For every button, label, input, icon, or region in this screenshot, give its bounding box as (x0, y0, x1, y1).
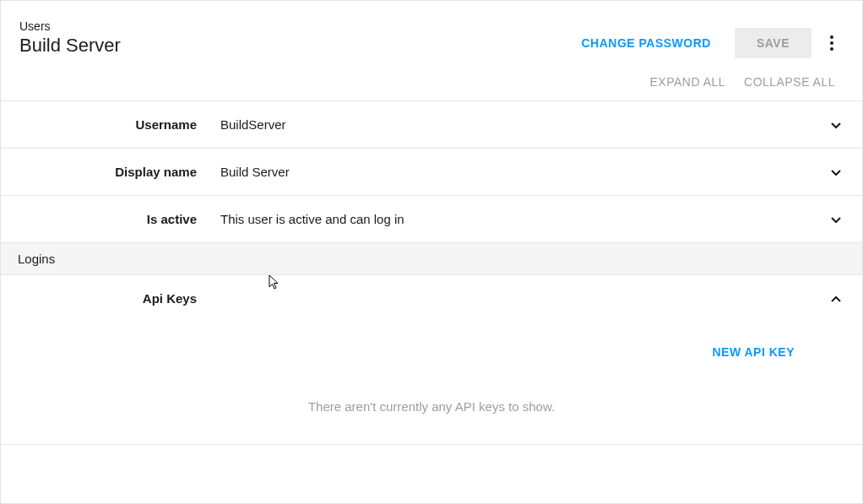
field-row-username[interactable]: Username BuildServer (1, 100, 862, 148)
field-value: BuildServer (220, 117, 827, 132)
expand-collapse-bar: Expand All Collapse All (1, 72, 862, 100)
save-button: Save (735, 28, 811, 58)
change-password-button[interactable]: Change Password (566, 28, 725, 58)
chevron-down-icon[interactable] (827, 116, 845, 134)
field-label: Display name (1, 165, 220, 179)
api-keys-empty-message: There aren't currently any API keys to s… (1, 399, 862, 414)
collapse-all-button[interactable]: Collapse All (744, 75, 835, 89)
field-label: Api Keys (1, 291, 220, 306)
page-title: Build Server (19, 35, 121, 57)
field-label: Is active (1, 212, 220, 226)
more-menu-button[interactable] (820, 29, 844, 57)
chevron-down-icon[interactable] (827, 210, 845, 229)
field-row-display-name[interactable]: Display name Build Server (1, 148, 862, 195)
user-detail-page: Users Build Server Change Password Save … (0, 0, 863, 504)
header-title-block: Users Build Server (19, 19, 121, 57)
field-row-is-active[interactable]: Is active This user is active and can lo… (1, 195, 862, 242)
section-header-logins: Logins (1, 242, 862, 274)
breadcrumb[interactable]: Users (19, 19, 121, 33)
chevron-down-icon[interactable] (827, 163, 845, 182)
expand-all-button[interactable]: Expand All (649, 75, 725, 89)
chevron-up-icon[interactable] (827, 290, 845, 308)
field-label: Username (1, 117, 220, 132)
field-row-api-keys[interactable]: Api Keys (1, 274, 862, 322)
header: Users Build Server Change Password Save (1, 1, 862, 72)
field-value: Build Server (220, 165, 827, 179)
field-value: This user is active and can log in (220, 212, 827, 226)
api-keys-panel: New API Key There aren't currently any A… (1, 345, 862, 445)
header-actions: Change Password Save (566, 28, 844, 58)
new-api-key-button[interactable]: New API Key (712, 345, 795, 359)
